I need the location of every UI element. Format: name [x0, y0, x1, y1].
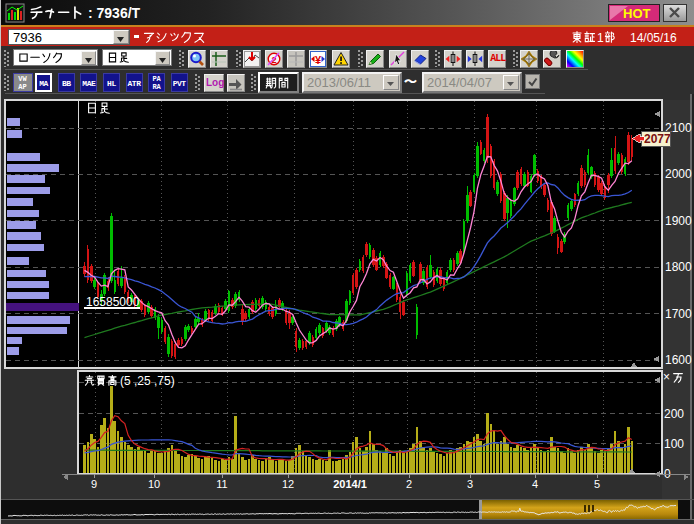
svg-text:100: 100 [664, 437, 684, 451]
svg-text:2000: 2000 [665, 167, 692, 181]
svg-text:5: 5 [594, 478, 600, 490]
svg-text:200: 200 [664, 407, 684, 421]
svg-text:¥: ¥ [315, 54, 322, 66]
svg-text:9: 9 [91, 478, 97, 490]
svg-text:2: 2 [406, 478, 412, 490]
svg-text:2014/1: 2014/1 [333, 478, 367, 490]
svg-text:12: 12 [282, 478, 294, 490]
svg-text:4: 4 [532, 478, 538, 490]
svg-text:3: 3 [467, 478, 473, 490]
svg-text:1700: 1700 [665, 307, 692, 321]
svg-text:16585000: 16585000 [86, 295, 140, 309]
svg-text:10: 10 [148, 478, 160, 490]
svg-text:2077: 2077 [644, 132, 671, 146]
svg-text:1600: 1600 [665, 353, 692, 367]
svg-text:1800: 1800 [665, 260, 692, 274]
svg-text:1900: 1900 [665, 214, 692, 228]
svg-text:11: 11 [216, 478, 227, 490]
